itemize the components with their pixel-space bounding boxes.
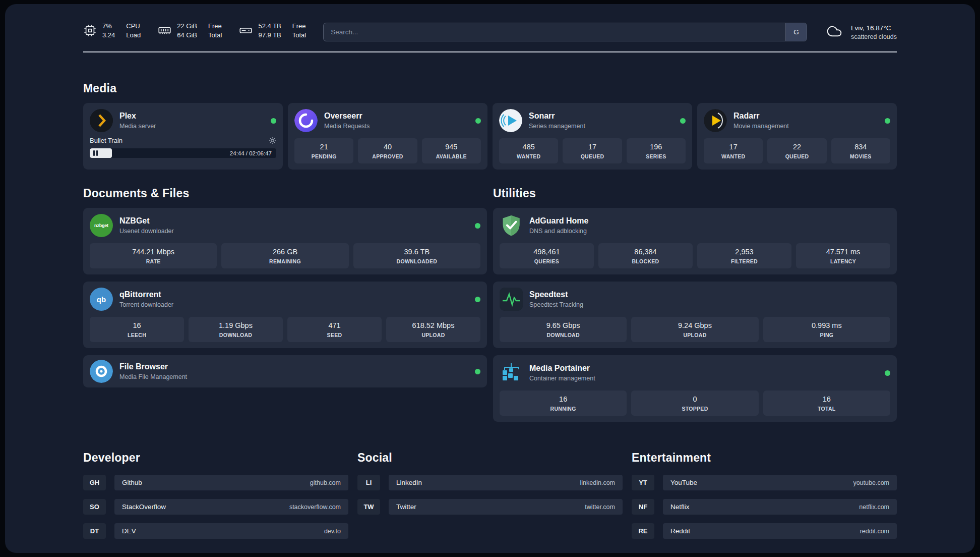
app-card-sonarr: Sonarr Series management 485 WANTED 17 Q… [493,103,692,170]
qbittorrent-icon: qb [90,288,113,311]
bookmark-abbr: SO [83,499,106,515]
stat-label: APPROVED [360,153,415,159]
pause-icon[interactable] [93,150,98,156]
bookmark-github[interactable]: GH Github github.com [83,475,348,490]
app-card-plex: Plex Media server Bullet Train [83,103,283,170]
stat-pending: 21 PENDING [294,138,353,163]
bookmark-url: youtube.com [853,479,889,486]
app-subtitle: Torrent downloader [119,301,173,308]
stat-value: 17 [565,143,620,151]
bookmark-url: netflix.com [859,504,889,511]
app-link-portainer[interactable]: Media Portainer Container management [500,361,890,384]
app-name: File Browser [119,362,187,371]
bookmark-stackoverflow[interactable]: SO StackOverflow stackoverflow.com [83,499,348,515]
app-link-nzbget[interactable]: nzbget NZBGet Usenet downloader [90,214,480,237]
cloud-icon [824,23,844,41]
app-subtitle: Container management [529,375,595,382]
overseerr-icon [294,109,318,132]
speedtest-icon [500,288,523,311]
adguard-icon [500,214,523,237]
bookmark-name: LinkedIn [396,479,422,486]
stat-label: QUEUED [565,153,620,159]
stat-upload: 618.52 Mbps UPLOAD [386,317,480,342]
stat-value: 2,953 [699,248,789,256]
stat-value: 196 [629,143,684,151]
bookmark-dev[interactable]: DT DEV dev.to [83,523,348,539]
app-link-adguard[interactable]: AdGuard Home DNS and adblocking [500,214,890,237]
app-link-qbittorrent[interactable]: qb qBittorrent Torrent downloader [90,288,480,311]
cpu-icon [83,22,97,39]
search-input[interactable] [324,28,785,36]
stat-value: 9.24 Gbps [633,321,756,329]
status-dot [885,370,890,376]
bookmark-youtube[interactable]: YT YouTube youtube.com [632,475,897,490]
section-title-media: Media [83,82,897,95]
search-bar: G [323,23,807,41]
stat-label: UPLOAD [388,332,478,338]
weather-widget: Lviv, 16.87°C scattered clouds [824,23,897,41]
filebrowser-icon [90,360,113,383]
weather-location: Lviv, 16.87°C [851,24,897,32]
search-engine-button[interactable]: G [785,23,807,41]
stat-stopped: 0 STOPPED [631,391,758,416]
app-link-filebrowser[interactable]: File Browser Media File Management [90,360,480,383]
portainer-icon [500,361,523,384]
app-card-radarr: Radarr Movie management 17 WANTED 22 QUE… [697,103,897,170]
bookmark-abbr: RE [632,523,654,539]
bookmark-name: Reddit [670,527,690,535]
bookmark-netflix[interactable]: NF Netflix netflix.com [632,499,897,515]
cpu-widget: 7% CPU 3.24 Load [83,22,141,39]
section-media: Media Plex Media server [83,82,897,170]
app-subtitle: DNS and adblocking [529,228,588,235]
stat-label: RUNNING [502,406,625,412]
sonarr-icon [499,109,522,132]
bookmark-twitter[interactable]: TW Twitter twitter.com [357,499,623,515]
memory-free-label: Free [208,22,222,30]
playback-progress-bar[interactable]: 24:44 / 02:06:47 [90,148,276,158]
section-title-developer: Developer [83,451,348,465]
app-link-speedtest[interactable]: Speedtest Speedtest Tracking [500,288,890,311]
bookmark-name: YouTube [670,479,697,486]
stat-running: 16 RUNNING [500,391,627,416]
stat-label: BLOCKED [600,258,691,264]
app-card-speedtest: Speedtest Speedtest Tracking 9.65 Gbps D… [493,282,897,348]
section-title-utilities: Utilities [493,187,897,200]
weather-condition: scattered clouds [851,33,897,40]
app-link-sonarr[interactable]: Sonarr Series management [499,109,686,132]
bookmark-reddit[interactable]: RE Reddit reddit.com [632,523,897,539]
bookmark-linkedin[interactable]: LI LinkedIn linkedin.com [357,475,623,490]
gear-icon[interactable] [269,137,276,144]
stat-value: 22 [769,143,824,151]
app-link-plex[interactable]: Plex Media server [90,109,276,132]
stat-label: SEED [289,332,380,338]
nzbget-icon: nzbget [90,214,113,237]
stat-label: TOTAL [765,406,888,412]
cpu-label: CPU [126,22,141,30]
status-dot [475,369,480,374]
bookmark-name: Twitter [396,503,416,511]
disk-icon [239,22,253,39]
ram-icon [158,22,171,39]
stat-value: 17 [706,143,761,151]
app-link-radarr[interactable]: Radarr Movie management [704,109,890,132]
stat-queued: 17 QUEUED [563,138,622,163]
top-bar: 7% CPU 3.24 Load 22 GiB Free 64 Gi [83,22,897,41]
app-subtitle: Series management [529,123,585,130]
disk-total-label: Total [292,31,306,39]
app-subtitle: Media server [119,123,156,130]
stat-available: 945 AVAILABLE [422,138,481,163]
bookmark-abbr: NF [632,499,654,515]
stat-label: LATENCY [798,258,888,264]
bookmark-url: linkedin.com [580,479,615,486]
stat-leech: 16 LEECH [90,317,184,342]
stat-value: 0.993 ms [765,321,888,329]
cpu-load-label: Load [126,31,141,39]
stat-label: DOWNLOAD [191,332,281,338]
app-name: Sonarr [529,112,585,121]
app-name: Overseerr [324,112,370,121]
memory-total-label: Total [208,31,222,39]
app-link-overseerr[interactable]: Overseerr Media Requests [294,109,481,132]
cpu-percent: 7% [102,22,115,30]
bookmark-name: StackOverflow [122,503,166,511]
app-card-portainer: Media Portainer Container management 16 … [493,355,897,422]
